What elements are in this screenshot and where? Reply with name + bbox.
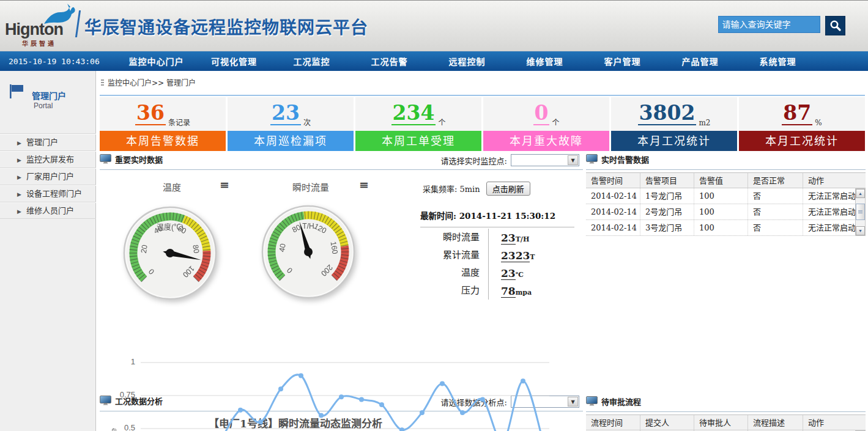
- stat-card-label: 本周工单受理: [355, 131, 481, 151]
- table-cell: 无法正常启动: [803, 188, 855, 204]
- table-scrollbar[interactable]: ▲▼: [855, 188, 866, 236]
- stat-value-link[interactable]: 23: [270, 103, 301, 125]
- reading-value: 23℃: [489, 267, 524, 279]
- monitor-icon: [586, 154, 598, 164]
- temperature-gauge: 020406080100温度(℃): [122, 205, 218, 304]
- search-area: [718, 16, 845, 35]
- left-pane: 重要实时数据 请选择实时监控点: ▼ 温度 ≡ 瞬时流量 ≡ 020406080…: [100, 153, 583, 431]
- table-column-header: 告警项目: [640, 173, 694, 188]
- reading-label: 压力: [420, 282, 489, 300]
- stat-card-label: 本月工况统计: [611, 131, 737, 151]
- table-cell: 3号龙门吊: [640, 220, 694, 235]
- table-cell: 否: [748, 204, 803, 219]
- flow-line-chart: [141, 349, 555, 431]
- approval-table: 流程时间提交人待审批人流程描述动作2014-02-14刘洋赵城查看详细审核201…: [586, 414, 866, 431]
- chevron-down-icon: ▼: [568, 397, 578, 407]
- chart-ytick: 0.5: [114, 423, 135, 431]
- dashboard-page: Hignton 华辰智通 华辰智通设备远程监控物联网云平台 2015-10-19…: [0, 0, 868, 431]
- nav-menu-item[interactable]: 监控中心门户: [117, 55, 195, 67]
- table-cell: 100: [694, 220, 748, 235]
- reading-value-link[interactable]: 23: [501, 232, 516, 245]
- reading-unit: T/H: [516, 235, 530, 243]
- refresh-button[interactable]: 点击刷新: [486, 182, 530, 196]
- nav-menu-item[interactable]: 工况监控: [273, 55, 351, 67]
- nav-menu-item[interactable]: 产品管理: [661, 55, 739, 67]
- reading-unit: mpa: [516, 289, 532, 297]
- scroll-down-icon[interactable]: ▼: [856, 226, 865, 235]
- reading-value-link[interactable]: 23: [501, 267, 516, 280]
- table-column-header: 动作: [803, 415, 855, 430]
- reading-row: 瞬时流量23T/H: [420, 229, 574, 246]
- monitor-point-select[interactable]: ▼: [511, 154, 579, 166]
- platform-title: 华辰智通设备远程监控物联网云平台: [84, 14, 368, 39]
- table-column-header: 流程时间: [586, 415, 640, 430]
- reading-label: 累计流量: [420, 246, 489, 264]
- table-header-row: 告警时间告警项目告警值是否正常动作: [586, 172, 866, 188]
- svg-text:T/H: T/H: [302, 222, 314, 230]
- search-button[interactable]: [825, 16, 845, 35]
- stat-value-link[interactable]: 87: [782, 103, 812, 125]
- stat-card-label: 本周巡检漏项: [228, 131, 354, 151]
- reading-value: 23T/H: [489, 232, 529, 244]
- sidebar-menu-item[interactable]: ▶厂家用户门户: [0, 168, 96, 185]
- chevron-right-icon: ▶: [17, 174, 21, 180]
- monitor-select-label: 请选择实时监控点:: [441, 155, 507, 166]
- nav-menu-item[interactable]: 客户管理: [584, 55, 661, 67]
- stat-card: 234个本周工单受理: [355, 97, 481, 151]
- logo-text: Hignton: [5, 20, 63, 39]
- nav-menu-item[interactable]: 维修管理: [506, 55, 584, 67]
- stat-value-link[interactable]: 3802: [638, 103, 697, 125]
- reading-row: 压力78mpa: [420, 282, 574, 300]
- stat-card: 3802m2本月工况统计: [611, 97, 737, 151]
- sidebar-menu-item[interactable]: ▶管理门户: [0, 133, 96, 150]
- svg-text:40: 40: [278, 243, 287, 252]
- nav-menu-item[interactable]: 工况告警: [351, 55, 428, 67]
- chevron-right-icon: ▶: [17, 191, 21, 197]
- sidebar-menu: ▶管理门户▶监控大屏发布▶厂家用户门户▶设备工程师门户▶维修人员门户: [0, 133, 96, 219]
- sidebar-menu-item[interactable]: ▶维修人员门户: [0, 202, 96, 219]
- sidebar-item-label: 监控大屏发布: [26, 155, 74, 164]
- breadcrumb[interactable]: 监控中心门户>> 管理门户: [101, 77, 196, 87]
- stat-unit: 条记录: [168, 117, 190, 131]
- scrollbar-grip: [858, 210, 862, 214]
- logo-subtext: 华辰智通: [22, 39, 56, 48]
- svg-text:80: 80: [191, 244, 201, 254]
- stat-card-value-area: 0个: [483, 97, 609, 131]
- table-column-header: 告警时间: [586, 173, 640, 188]
- table-column-header: 提交人: [640, 415, 694, 430]
- stat-value-link[interactable]: 234: [391, 103, 436, 125]
- company-logo[interactable]: Hignton 华辰智通: [5, 7, 75, 47]
- nav-menu-item[interactable]: 可视化管理: [195, 55, 273, 67]
- sidebar-menu-item[interactable]: ▶监控大屏发布: [0, 150, 96, 168]
- stat-value-link[interactable]: 36: [135, 103, 166, 125]
- search-input[interactable]: [718, 16, 820, 33]
- gauge-flow-title: 瞬时流量: [283, 180, 338, 193]
- monitor-icon: [586, 396, 598, 407]
- stat-unit: 次: [303, 117, 311, 131]
- sidebar-menu-item[interactable]: ▶设备工程师门户: [0, 185, 96, 202]
- nav-menu-item[interactable]: 远程控制: [428, 55, 506, 67]
- sidebar-item-label: 设备工程师门户: [26, 189, 82, 198]
- reading-value: 78mpa: [489, 285, 532, 297]
- stat-card: 36条记录本周告警数据: [100, 97, 226, 151]
- flow-gauge: 04080120160200T/H: [260, 204, 357, 303]
- breadcrumb-icon: [101, 79, 104, 86]
- scroll-up-icon[interactable]: ▲: [856, 189, 865, 198]
- table-cell: 2号龙门吊: [640, 204, 694, 219]
- gauge-menu-icon[interactable]: ≡: [359, 180, 369, 189]
- chevron-right-icon: ▶: [17, 208, 21, 215]
- table-cell: 无法正常启动: [803, 204, 855, 219]
- scrollbar-thumb[interactable]: [856, 204, 865, 220]
- stat-card-value-area: 234个: [355, 97, 481, 131]
- table-cell: 100: [694, 204, 748, 219]
- reading-value: 2323T: [489, 249, 535, 262]
- table-cell: 否: [748, 188, 803, 204]
- reading-value-link[interactable]: 78: [501, 285, 516, 298]
- stat-value-link[interactable]: 0: [533, 103, 550, 125]
- table-column-header: 告警值: [694, 173, 748, 188]
- nav-menu-item[interactable]: 系统管理: [739, 55, 817, 67]
- table-column-header: 动作: [803, 173, 855, 188]
- reading-value-link[interactable]: 2323: [501, 249, 530, 262]
- gauge-menu-icon[interactable]: ≡: [220, 180, 229, 189]
- stat-card: 23次本周巡检漏项: [228, 97, 354, 151]
